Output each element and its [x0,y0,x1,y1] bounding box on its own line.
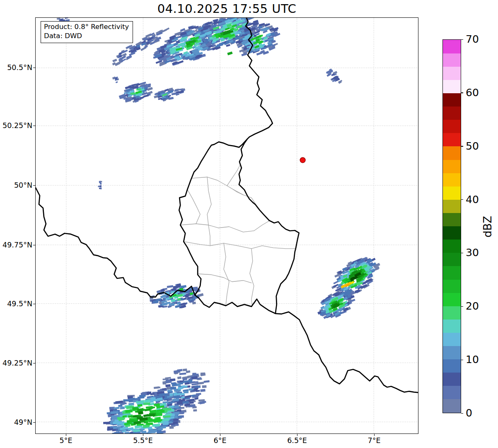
radar-bin [99,188,101,189]
colorbar-segment [443,199,461,213]
colorbar-segment [443,359,461,373]
location-marker-dot [300,157,305,163]
colorbar-segment [443,173,461,186]
radar-bin [181,397,185,399]
radar-bin [193,409,197,412]
grid-lines [36,18,418,433]
colorbar-segment [443,279,461,293]
colorbar-segment [443,399,461,413]
colorbar-segment [443,373,461,386]
x-tick-mark [297,434,297,436]
radar-bin [176,384,181,386]
colorbar-segment [443,386,461,400]
canton-border [184,242,295,249]
radar-bin [181,385,188,388]
radar-bin [143,402,150,405]
radar-bin [174,395,181,398]
map-plot-area: Product: 0.8° Reflectivity Data: DWD [35,17,418,434]
colorbar [442,39,461,413]
colorbar-segment [443,213,461,226]
radar-bin [116,81,118,83]
radar-bin [120,407,125,409]
x-tick-mark [66,434,66,436]
y-tick-mark [33,363,35,363]
canton-border [207,177,211,225]
y-tick-mark [33,68,35,68]
radar-bin [65,18,68,19]
colorbar-segment [443,186,461,200]
radar-bin [163,383,167,384]
radar-bin [256,52,263,56]
radar-map-canvas [36,18,418,433]
x-tick-label: 5.5°E [133,436,153,445]
colorbar-segment [443,40,461,53]
colorbar-tick-label: 30 [466,247,479,259]
radar-bin [194,386,200,387]
radar-bin [136,401,142,403]
colorbar-segment [443,53,461,67]
canton-borders [180,165,295,306]
radar-bin [179,373,186,375]
colorbar-tick-mark [461,92,463,93]
colorbar-tick-mark [461,146,463,146]
x-tick-mark [220,434,220,436]
colorbar-segment [443,80,461,93]
colorbar-tick-mark [461,253,463,253]
colorbar-segment [443,332,461,346]
x-tick-label: 7°E [368,436,381,445]
colorbar-tick-label: 70 [466,33,479,46]
canton-border [208,225,210,246]
x-tick-mark [374,434,375,436]
radar-bin [162,401,168,403]
x-tick-label: 5°E [60,436,73,445]
y-tick-label: 49.75°N [0,240,32,249]
radar-bin [180,393,184,395]
radar-bin [178,61,184,64]
colorbar-segment [443,146,461,160]
y-tick-mark [33,185,35,186]
france-belgium-border [36,188,195,297]
y-tick-mark [33,304,35,304]
radar-bin [100,183,102,184]
radar-bin [177,369,182,372]
x-tick-label: 6°E [214,436,227,445]
colorbar-tick-label: 50 [466,140,479,153]
radar-bin [152,424,160,427]
product-info-line1: Product: 0.8° Reflectivity [44,22,129,31]
colorbar-tick-label: 0 [466,407,472,419]
radar-bin [112,59,117,63]
radar-bin [111,411,118,414]
canton-border [224,243,229,305]
radar-bin [167,390,172,392]
radar-bin [163,416,170,418]
colorbar-tick-mark [461,199,463,200]
colorbar-tick-mark [461,39,463,40]
product-info-box: Product: 0.8° Reflectivity Data: DWD [41,21,133,43]
colorbar-segment [443,266,461,280]
radar-bin [119,52,122,55]
colorbar-tick-label: 60 [466,87,479,99]
radar-bin [169,393,173,396]
colorbar-segment [443,93,461,107]
colorbar-segment [443,160,461,173]
y-tick-mark [33,245,35,245]
colorbar-segment [443,319,461,333]
colorbar-segment [443,133,461,147]
radar-bin [183,368,187,371]
radar-bin [167,285,173,288]
canton-border [227,165,240,186]
radar-bin [173,286,178,289]
figure-title: 04.10.2025 17:55 UTC [35,2,418,16]
colorbar-segment [443,293,461,306]
colorbar-segment [443,107,461,120]
colorbar-segment [443,120,461,133]
colorbar-tick-mark [461,306,463,307]
radar-bin [152,419,160,422]
canton-border [250,249,254,306]
colorbar-segment [443,346,461,359]
radar-bin [170,379,175,381]
radar-bin [331,73,335,76]
radar-bin [157,432,163,433]
y-tick-label: 50.25°N [0,121,32,130]
y-tick-label: 49.25°N [0,358,32,368]
